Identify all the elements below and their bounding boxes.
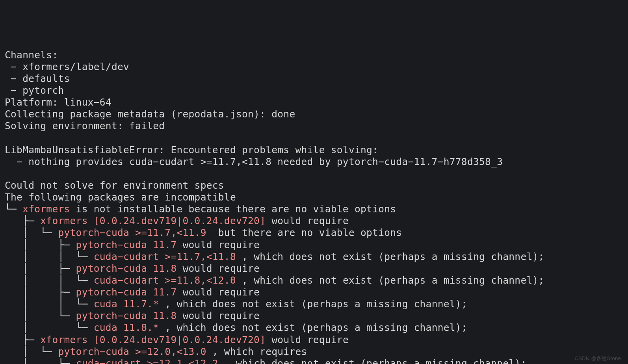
- terminal-line: ├─ xformers [0.0.24.dev719|0.0.24.dev720…: [5, 334, 623, 346]
- text-token: , which requires: [212, 346, 307, 357]
- terminal-line: │ ├─ pytorch−cuda 11.8 would require: [5, 263, 623, 275]
- text-token: │ ├─: [5, 263, 76, 274]
- text-token: │ │ └─: [5, 275, 94, 286]
- text-token: , which does not exist (perhaps a missin…: [242, 251, 544, 262]
- terminal-line: │ └─ cuda−cudart >=12.1,<12.2 , which do…: [5, 358, 623, 364]
- terminal-line: Channels:: [5, 49, 623, 61]
- terminal-line: │ │ └─ cuda 11.7.* , which does not exis…: [5, 298, 623, 310]
- terminal-line: Solving environment: failed: [5, 120, 623, 132]
- text-token: would require: [177, 263, 260, 274]
- text-token: is not installable because there are no …: [70, 203, 396, 215]
- text-token: LibMambaUnsatisfiableError: Encountered …: [5, 144, 378, 156]
- package-token: pytorch−cuda 11.7: [76, 286, 177, 298]
- text-token: │ └─: [5, 358, 76, 364]
- watermark-text: CSDN @多恩Stone: [574, 355, 621, 362]
- text-token: , which does not exist (perhaps a missin…: [165, 298, 467, 310]
- text-token: would require: [266, 334, 349, 345]
- text-token: [5, 168, 11, 179]
- package-token: cuda 11.8.*: [94, 322, 165, 333]
- package-token: cuda−cudart >=11.7,<11.8: [94, 251, 242, 262]
- text-token: would require: [177, 310, 260, 321]
- package-token: xformers: [22, 203, 70, 215]
- text-token: Could not solve for environment specs: [5, 180, 224, 191]
- terminal-output: Channels: − xformers/label/dev − default…: [5, 49, 623, 364]
- package-token: pytorch−cuda >=11.7,<11.9: [58, 227, 212, 238]
- package-token: pytorch−cuda 11.7: [76, 239, 177, 251]
- terminal-line: │ ├─ pytorch−cuda 11.7 would require: [5, 286, 623, 298]
- terminal-line: Platform: linux−64: [5, 97, 623, 108]
- terminal-line: │ └─ pytorch−cuda >=12.0,<13.0 , which r…: [5, 346, 623, 358]
- text-token: [5, 132, 11, 143]
- text-token: − nothing provides cuda−cudart >=11.7,<1…: [5, 156, 503, 167]
- text-token: │ └─: [5, 227, 58, 238]
- text-token: ├─: [5, 215, 40, 227]
- text-token: , which does not exist (perhaps a missin…: [224, 358, 527, 364]
- terminal-line: [5, 168, 623, 180]
- text-token: │ ├─: [5, 286, 76, 298]
- text-token: but there are no viable options: [212, 227, 402, 238]
- text-token: would require: [177, 286, 260, 298]
- package-token: cuda−cudart >=12.1,<12.2: [76, 358, 224, 364]
- terminal-line: │ └─ cuda 11.8.* , which does not exist …: [5, 322, 623, 334]
- terminal-line: │ │ └─ cuda−cudart >=11.7,<11.8 , which …: [5, 251, 623, 263]
- terminal-line: Collecting package metadata (repodata.js…: [5, 108, 623, 120]
- text-token: Channels:: [5, 49, 58, 61]
- package-token: cuda−cudart >=11.8,<12.0: [94, 275, 242, 286]
- terminal-line: − xformers/label/dev: [5, 61, 623, 73]
- package-token: pytorch−cuda >=12.0,<13.0: [58, 346, 212, 357]
- text-token: └─: [5, 203, 22, 215]
- text-token: − xformers/label/dev: [5, 61, 129, 72]
- package-token: xformers [0.0.24.dev719|0.0.24.dev720]: [40, 334, 266, 345]
- text-token: would require: [177, 239, 260, 251]
- text-token: │ │ └─: [5, 298, 94, 310]
- text-token: The following packages are incompatible: [5, 191, 236, 203]
- text-token: │ ├─: [5, 239, 76, 251]
- terminal-line: │ └─ pytorch−cuda 11.8 would require: [5, 310, 623, 322]
- terminal-line: │ ├─ pytorch−cuda 11.7 would require: [5, 239, 623, 251]
- terminal-line: [5, 132, 623, 144]
- text-token: Platform: linux−64: [5, 97, 111, 108]
- text-token: Solving environment: failed: [5, 120, 165, 132]
- package-token: cuda 11.7.*: [94, 298, 165, 310]
- text-token: │ └─: [5, 310, 76, 321]
- package-token: pytorch−cuda 11.8: [76, 263, 177, 274]
- text-token: − defaults: [5, 73, 70, 84]
- text-token: would require: [266, 215, 349, 227]
- text-token: │ │ └─: [5, 251, 94, 262]
- terminal-line: − pytorch: [5, 85, 623, 97]
- text-token: , which does not exist (perhaps a missin…: [242, 275, 544, 286]
- text-token: │ └─: [5, 322, 94, 333]
- text-token: │ └─: [5, 346, 58, 357]
- text-token: , which does not exist (perhaps a missin…: [165, 322, 467, 333]
- terminal-line: └─ xformers is not installable because t…: [5, 203, 623, 215]
- package-token: pytorch−cuda 11.8: [76, 310, 177, 321]
- terminal-line: │ └─ pytorch−cuda >=11.7,<11.9 but there…: [5, 227, 623, 239]
- text-token: ├─: [5, 334, 40, 345]
- text-token: Collecting package metadata (repodata.js…: [5, 108, 295, 120]
- terminal-line: The following packages are incompatible: [5, 191, 623, 203]
- terminal-line: − nothing provides cuda−cudart >=11.7,<1…: [5, 156, 623, 168]
- package-token: xformers [0.0.24.dev719|0.0.24.dev720]: [40, 215, 266, 227]
- terminal-line: Could not solve for environment specs: [5, 180, 623, 191]
- terminal-line: LibMambaUnsatisfiableError: Encountered …: [5, 144, 623, 156]
- terminal-line: − defaults: [5, 73, 623, 85]
- text-token: − pytorch: [5, 85, 64, 96]
- terminal-line: │ │ └─ cuda−cudart >=11.8,<12.0 , which …: [5, 275, 623, 286]
- terminal-line: ├─ xformers [0.0.24.dev719|0.0.24.dev720…: [5, 215, 623, 227]
